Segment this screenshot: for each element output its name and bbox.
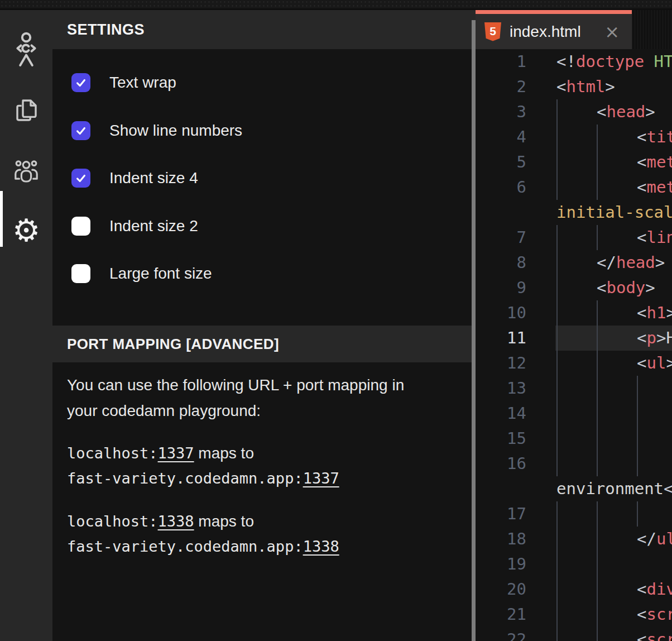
token-tag: lin <box>646 228 672 247</box>
indent-guide <box>637 376 638 401</box>
token-tag: ul <box>656 529 672 548</box>
checkmark-icon <box>75 76 87 89</box>
line-number: 13 <box>476 376 526 401</box>
token-punct: < <box>637 127 646 146</box>
setting-row: Large font size <box>52 264 476 283</box>
code-line[interactable]: 7<lin <box>476 225 672 250</box>
code-text: <!doctype HT <box>556 49 672 74</box>
panel-scrollbar[interactable] <box>472 20 476 641</box>
indent-guide <box>597 175 598 200</box>
token-tag: div <box>646 580 672 599</box>
port-mapping-local-line: localhost:1337 maps to <box>67 441 254 466</box>
port-mapping-remote-line: fast-variety.codedamn.app:1337 <box>67 466 339 491</box>
code-line[interactable]: 8</head> <box>476 250 672 275</box>
token-tag: html <box>566 77 605 96</box>
sidebar-item-files[interactable] <box>0 85 52 135</box>
indent-guide <box>556 225 558 250</box>
code-line[interactable]: 3<head> <box>476 99 672 125</box>
token-tag: head <box>606 102 645 121</box>
token-punct: < <box>597 278 606 297</box>
code-line[interactable]: 2<html> <box>476 74 672 99</box>
codedamn-logo-icon <box>12 32 41 69</box>
code-line[interactable]: 16 <box>476 451 672 476</box>
code-line[interactable]: 15 <box>476 426 672 451</box>
token-punct: > <box>666 303 672 322</box>
line-number: 7 <box>476 225 526 250</box>
code-line[interactable]: 22<scr <box>476 627 672 641</box>
code-line[interactable]: 5<met <box>476 150 672 175</box>
tab-close-icon[interactable]: × <box>604 23 620 41</box>
code-line[interactable]: 12<ul> <box>476 351 672 376</box>
indent-guide <box>556 451 558 476</box>
indent-guide <box>597 426 598 451</box>
code-line[interactable]: 9<body> <box>476 275 672 300</box>
settings-checkbox-panel: Text wrapShow line numbersIndent size 4I… <box>52 49 476 326</box>
port-mapping-intro-line: your codedamn playground: <box>67 398 261 424</box>
remote-port-link[interactable]: 1338 <box>303 538 339 555</box>
checkbox-text-wrap[interactable] <box>71 73 90 92</box>
line-number: 19 <box>476 552 526 577</box>
token-text: environment <box>556 479 664 498</box>
code-text: <head> <box>597 99 655 125</box>
indent-guide <box>597 527 598 552</box>
code-line[interactable]: 14 <box>476 401 672 426</box>
checkbox-label: Indent size 4 <box>109 169 198 188</box>
code-area[interactable]: 1<!doctype HT2<html>3<head>4<tit5<met6<m… <box>476 49 672 641</box>
local-host-text: localhost: <box>67 513 158 530</box>
code-line[interactable]: 4<tit <box>476 125 672 150</box>
token-punct: > <box>645 278 655 297</box>
line-number: 20 <box>476 577 526 602</box>
line-number: 1 <box>476 49 526 74</box>
code-text: <tit <box>637 125 672 150</box>
local-port-link[interactable]: 1337 <box>158 444 194 462</box>
line-number: 16 <box>476 451 526 476</box>
tab-index-html[interactable]: 5 index.html × <box>476 10 632 49</box>
code-text: <scr <box>637 602 672 627</box>
indent-guide <box>556 250 558 275</box>
playground-screen: ⚙ SETTINGS Text wrapShow line numbersInd… <box>0 0 672 641</box>
token-tag: body <box>606 278 645 297</box>
indent-guide <box>597 501 598 527</box>
indent-guide <box>597 401 598 426</box>
code-line[interactable]: 6<met <box>476 175 672 200</box>
token-punct: < <box>664 479 672 498</box>
code-line[interactable]: 20<div <box>476 577 672 602</box>
code-line-wrapped[interactable]: initial-scal <box>476 200 672 225</box>
port-mapping-remote-line: fast-variety.codedamn.app:1338 <box>67 534 339 559</box>
code-line[interactable]: 1<!doctype HT <box>476 49 672 74</box>
sidebar-item-community[interactable] <box>0 146 52 197</box>
code-text: <h1> <box>637 300 672 326</box>
code-line[interactable]: 10<h1> <box>476 300 672 326</box>
indent-guide <box>637 501 638 527</box>
code-line[interactable]: 21<scr <box>476 602 672 627</box>
sidebar-item-settings[interactable]: ⚙ <box>0 205 52 256</box>
checkbox-show-line-numbers[interactable] <box>71 121 90 140</box>
line-number: 18 <box>476 527 526 552</box>
indent-guide <box>556 300 558 326</box>
code-line[interactable]: 19 <box>476 552 672 577</box>
checkbox-indent-size-2[interactable] <box>71 217 90 236</box>
indent-guide <box>597 150 598 175</box>
code-line-wrapped[interactable]: environment< <box>476 476 672 501</box>
checkbox-label: Large font size <box>109 264 212 283</box>
code-line[interactable]: 11<p>H <box>476 326 672 351</box>
indent-guide <box>597 627 598 641</box>
token-punct <box>644 52 654 71</box>
remote-port-link[interactable]: 1337 <box>303 470 339 487</box>
code-line[interactable]: 17 <box>476 501 672 527</box>
local-port-link[interactable]: 1338 <box>158 513 194 530</box>
line-number: 10 <box>476 300 526 326</box>
token-tag: met <box>646 152 672 171</box>
gear-icon: ⚙ <box>12 215 40 246</box>
line-number: 21 <box>476 602 526 627</box>
checkbox-large-font-size[interactable] <box>71 264 90 283</box>
token-punct: > <box>655 253 665 272</box>
html5-icon: 5 <box>483 21 502 42</box>
sidebar-item-codedamn-logo[interactable] <box>0 22 52 78</box>
setting-row: Indent size 4 <box>52 169 476 188</box>
indent-guide <box>597 300 598 326</box>
indent-guide <box>597 602 598 627</box>
code-line[interactable]: 13 <box>476 376 672 401</box>
code-line[interactable]: 18</ul <box>476 527 672 552</box>
checkbox-indent-size-4[interactable] <box>71 169 90 188</box>
